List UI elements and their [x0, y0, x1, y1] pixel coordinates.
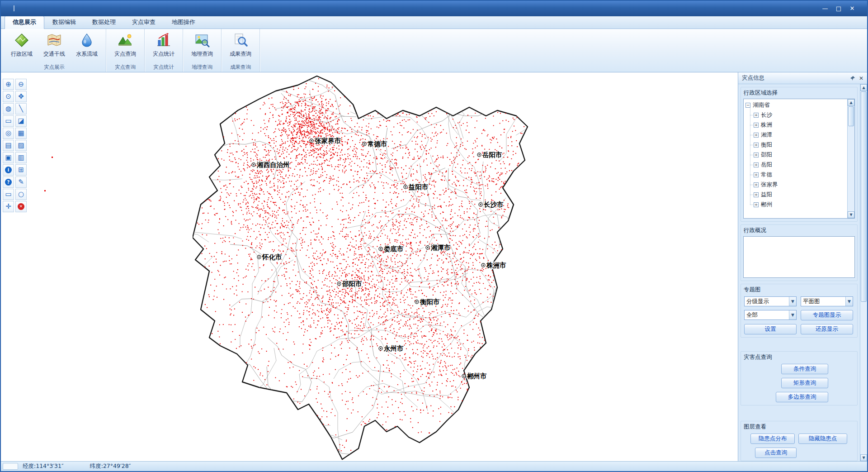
svg-text:邵阳市: 邵阳市	[342, 280, 362, 287]
tree-scroll-track[interactable]	[848, 106, 854, 211]
expand-icon[interactable]: +	[754, 143, 759, 148]
info-icon[interactable]: i	[3, 164, 14, 176]
expand-icon[interactable]: +	[754, 113, 759, 118]
map-type-combo[interactable]: 平面图 ▼	[801, 296, 853, 306]
eraser-icon[interactable]: ◪	[15, 115, 27, 127]
hide-hazards-button[interactable]: 隐藏隐患点	[798, 434, 847, 444]
expand-icon[interactable]: +	[754, 202, 759, 207]
maximize-button[interactable]: □	[832, 4, 845, 14]
map-viewport[interactable]: ⊕⊖⊙✥◍╲▭◪◎▦▤▨▣▥i⊞?✎▭○✛✕ 张家界市常德市岳阳市湘西自治州益阳…	[1, 72, 738, 461]
help-icon[interactable]: ?	[3, 176, 14, 188]
tree-node-yiyang[interactable]: +益阳	[745, 190, 847, 200]
ellipse-shape-icon[interactable]: ○	[15, 189, 27, 200]
scroll-up-icon[interactable]: ▲	[848, 99, 854, 106]
scroll-down-icon[interactable]: ▼	[848, 211, 854, 218]
zoom-full-glyph: ⊙	[5, 93, 11, 100]
restore-button[interactable]: 还原显示	[801, 324, 853, 334]
expand-icon[interactable]: +	[754, 153, 759, 157]
panel-scroll-thumb[interactable]	[861, 91, 867, 302]
tree-node-changde[interactable]: +常德	[745, 170, 847, 180]
scope-combo[interactable]: 全部 ▼	[744, 310, 797, 320]
pan-icon[interactable]: ✥	[15, 91, 27, 102]
tab-data-edit[interactable]: 数据编辑	[44, 16, 84, 29]
tree-scrollbar[interactable]: ▲ ▼	[847, 99, 854, 218]
tree-node-hunan-province[interactable]: −湖南省	[745, 100, 847, 110]
rect-shape-icon[interactable]: ▭	[3, 189, 14, 200]
panel-scroll-track[interactable]	[861, 91, 867, 454]
expand-icon[interactable]: +	[754, 172, 759, 177]
tree-node-shaoyang[interactable]: +邵阳	[745, 150, 847, 160]
ribbon-button-disaster-stats[interactable]: 灾点统计	[147, 30, 180, 63]
chevron-down-icon[interactable]: ▼	[789, 297, 796, 306]
delete-icon[interactable]: ✕	[15, 201, 27, 212]
tab-disaster-review[interactable]: 灾点审查	[124, 16, 164, 29]
display-mode-combo[interactable]: 分级显示 ▼	[744, 296, 797, 306]
zoom-full-icon[interactable]: ⊙	[3, 91, 14, 102]
export-map-icon[interactable]: ▨	[15, 140, 27, 151]
tab-map-operate[interactable]: 地图操作	[164, 16, 203, 29]
refresh-icon[interactable]: ◎	[3, 128, 14, 139]
globe-icon[interactable]: ◍	[3, 103, 14, 114]
geo-query-label: 地理查询	[191, 50, 213, 58]
zoom-out-icon[interactable]: ⊖	[15, 79, 27, 90]
tree-node-chenzhou[interactable]: +郴州	[745, 200, 847, 210]
zoom-in-icon[interactable]: ⊕	[3, 79, 14, 90]
condition-query-button[interactable]: 条件查询	[781, 364, 828, 374]
disaster-info-panel: 灾点信息 ✕ 行政区域选择 −湖南省+长沙+株洲+湘潭+衡阳+邵阳+岳阳+常德+…	[738, 72, 867, 461]
ribbon-button-admin-region[interactable]: 行政区域	[5, 30, 38, 63]
title-bar[interactable]: — □ ✕	[1, 1, 867, 16]
ribbon-button-disaster-query[interactable]: 灾点查询	[109, 30, 142, 63]
stray-disaster-point	[44, 190, 46, 191]
attribute-table-icon[interactable]: ▦	[15, 128, 27, 139]
collapse-icon[interactable]: −	[745, 103, 750, 108]
tree-node-hengyang[interactable]: +衡阳	[745, 140, 847, 150]
rect-query-button[interactable]: 矩形查询	[781, 378, 828, 388]
tree-node-changsha[interactable]: +长沙	[745, 110, 847, 120]
tab-info-display[interactable]: 信息展示	[5, 16, 44, 29]
expand-icon[interactable]: +	[754, 182, 759, 187]
print-preview-icon[interactable]: ▥	[15, 152, 27, 163]
pin-icon[interactable]	[850, 76, 855, 81]
map-canvas[interactable]: 张家界市常德市岳阳市湘西自治州益阳市长沙市娄底市湘潭市株洲市怀化市邵阳市衡阳市永…	[193, 74, 551, 461]
chevron-down-icon[interactable]: ▼	[789, 310, 796, 319]
expand-icon[interactable]: +	[754, 133, 759, 138]
click-query-button[interactable]: 点击查询	[755, 448, 797, 458]
ribbon-button-traffic-lines[interactable]: 交通干线	[38, 30, 71, 63]
tree-node-xiangtan[interactable]: +湘潭	[745, 130, 847, 140]
region-tree[interactable]: −湖南省+长沙+株洲+湘潭+衡阳+邵阳+岳阳+常德+张家界+益阳+郴州 ▲ ▼	[743, 99, 855, 219]
expand-icon[interactable]: +	[754, 123, 759, 128]
svg-text:永州市: 永州市	[383, 345, 404, 352]
tree-node-zhuzhou[interactable]: +株洲	[745, 120, 847, 130]
add-select-icon[interactable]: ✛	[3, 201, 14, 212]
chevron-down-icon[interactable]: ▼	[845, 297, 853, 306]
panel-scrollbar[interactable]: ▲ ▼	[860, 84, 867, 461]
overview-textbox[interactable]	[743, 236, 855, 278]
tab-data-process[interactable]: 数据处理	[84, 16, 124, 29]
tree-scroll-thumb[interactable]	[848, 106, 854, 126]
layers-icon[interactable]: ⊞	[15, 164, 27, 176]
tree-node-yueyang[interactable]: +岳阳	[745, 160, 847, 170]
expand-icon[interactable]: +	[754, 162, 759, 167]
longitude-readout: 经度:114°3′31″	[23, 462, 64, 470]
expand-icon[interactable]: +	[754, 192, 759, 197]
document-icon[interactable]: ▤	[3, 140, 14, 151]
close-button[interactable]: ✕	[845, 4, 859, 14]
tree-node-zhangjiajie[interactable]: +张家界	[745, 180, 847, 190]
print-icon[interactable]: ▣	[3, 152, 14, 163]
ribbon-button-water-basin[interactable]: 水系流域	[71, 30, 103, 63]
ribbon-button-result-query[interactable]: 成果查询	[224, 30, 257, 63]
ribbon-button-geo-query[interactable]: 地理查询	[186, 30, 218, 63]
panel-close-icon[interactable]: ✕	[859, 75, 863, 81]
minimize-button[interactable]: —	[818, 4, 832, 14]
polygon-query-button[interactable]: 多边形查询	[776, 392, 828, 402]
scroll-down-icon[interactable]: ▼	[860, 454, 867, 461]
sketch-icon[interactable]: ✎	[15, 176, 27, 188]
draw-line-icon[interactable]: ╲	[15, 103, 27, 114]
scroll-up-icon[interactable]: ▲	[860, 84, 867, 91]
hazard-distribution-button[interactable]: 隐患点分布	[750, 434, 795, 444]
select-rect-icon[interactable]: ▭	[3, 115, 14, 127]
pan-glyph: ✥	[18, 93, 24, 100]
attribute-table-glyph: ▦	[18, 130, 24, 137]
thematic-show-button[interactable]: 专题图显示	[801, 310, 853, 320]
settings-button[interactable]: 设置	[744, 324, 797, 334]
